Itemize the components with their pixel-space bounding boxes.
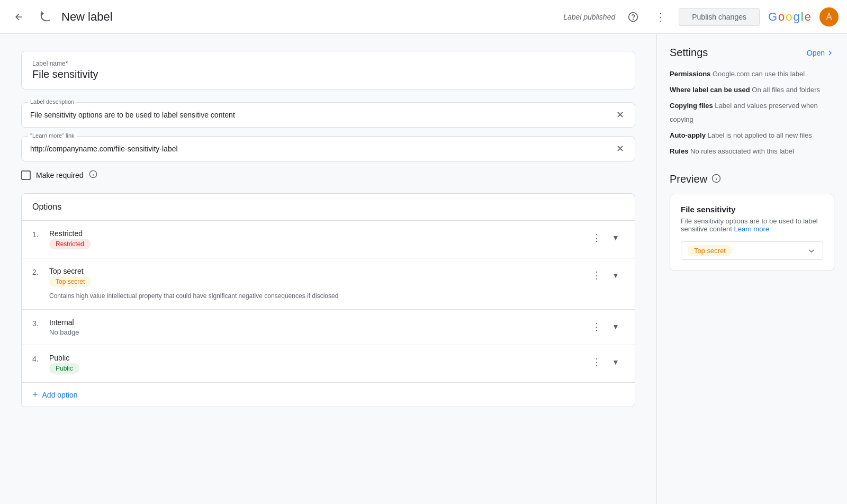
header-right: Label published ⋮ Publish changes Google… — [563, 7, 839, 26]
label-status: Label published — [563, 13, 615, 21]
list-item: Copying files Label and values preserved… — [670, 99, 834, 127]
list-item: Auto-apply Label is not applied to all n… — [670, 129, 834, 142]
preview-dropdown[interactable]: Top secret — [681, 241, 823, 260]
option-more-button-3[interactable]: ⋮ — [588, 318, 605, 335]
publish-button[interactable]: Publish changes — [679, 8, 760, 26]
option-name-1: Restricted — [49, 229, 582, 238]
preview-card-desc: File sensitivity options are to be used … — [681, 217, 823, 233]
option-num-4: 4. — [32, 354, 43, 363]
make-required-row: Make required — [21, 170, 635, 181]
learn-more-label: "Learn more" link — [28, 132, 77, 139]
label-name-value: File sensitivity — [32, 68, 624, 80]
back-button[interactable] — [8, 6, 30, 28]
preview-card-title: File sensitivity — [681, 205, 823, 214]
option-name-3: Internal — [49, 318, 582, 327]
option-num-1: 1. — [32, 229, 43, 239]
preview-section: Preview File sensitivity File sensitivit… — [670, 173, 834, 271]
clear-description-button[interactable]: ✕ — [614, 107, 626, 123]
option-actions-3: ⋮ ▼ — [588, 318, 624, 335]
preview-learn-more-link[interactable]: Learn more — [734, 225, 769, 233]
right-panel: Settings Open Permissions Google.com can… — [656, 34, 847, 504]
option-badge-4: Public — [49, 363, 79, 374]
google-g: G — [768, 10, 777, 24]
option-actions-4: ⋮ ▼ — [588, 354, 624, 371]
undo-button[interactable] — [36, 7, 55, 26]
list-item: Where label can be used On all files and… — [670, 83, 834, 97]
make-required-info-icon[interactable] — [89, 170, 97, 181]
preview-title: Preview — [670, 173, 707, 185]
option-content-2: Top secret Top secret Contains high valu… — [49, 267, 582, 301]
option-more-button-4[interactable]: ⋮ — [588, 354, 605, 371]
table-row: 4. Public Public ⋮ ▼ — [22, 345, 635, 383]
table-row: 2. Top secret Top secret Contains high v… — [22, 258, 635, 310]
settings-rules-key: Rules — [670, 147, 688, 155]
list-item: Rules No rules associated with this labe… — [670, 145, 834, 158]
settings-open-label: Open — [807, 49, 825, 57]
option-expand-button-4[interactable]: ▼ — [607, 354, 624, 371]
dropdown-arrow-icon — [807, 246, 816, 256]
learn-more-input[interactable] — [30, 142, 614, 155]
settings-title: Settings — [670, 47, 708, 59]
label-description-group: Label description ✕ — [21, 102, 635, 128]
option-num-2: 2. — [32, 267, 43, 276]
avatar[interactable]: A — [819, 7, 839, 26]
add-option-row[interactable]: + Add option — [22, 383, 635, 407]
option-badge-1: Restricted — [49, 239, 91, 249]
settings-open-link[interactable]: Open — [807, 49, 834, 57]
more-button[interactable]: ⋮ — [651, 7, 670, 26]
label-name-label: Label name* — [32, 60, 624, 67]
make-required-label: Make required — [36, 171, 84, 179]
option-more-button-1[interactable]: ⋮ — [588, 229, 605, 246]
option-no-badge-3: No badge — [49, 328, 79, 336]
learn-more-group: "Learn more" link ✕ — [21, 136, 635, 161]
option-actions-2: ⋮ ▼ — [588, 267, 624, 284]
settings-where-value: On all files and folders — [752, 86, 820, 94]
option-more-button-2[interactable]: ⋮ — [588, 267, 605, 284]
google-logo: Google — [768, 10, 811, 24]
settings-where-key: Where label can be used — [670, 86, 750, 94]
label-name-section: Label name* File sensitivity — [21, 51, 635, 89]
preview-header: Preview — [670, 173, 834, 185]
option-content-4: Public Public — [49, 354, 582, 374]
label-description-label: Label description — [28, 98, 76, 105]
option-expand-button-2[interactable]: ▼ — [607, 267, 624, 284]
settings-permissions-value: Google.com can use this label — [713, 70, 805, 78]
page-title: New label — [61, 10, 113, 24]
make-required-checkbox[interactable] — [21, 170, 31, 180]
settings-list: Permissions Google.com can use this labe… — [670, 67, 834, 158]
settings-permissions-key: Permissions — [670, 70, 710, 78]
option-content-3: Internal No badge — [49, 318, 582, 336]
header-left: New label — [8, 6, 563, 28]
option-name-4: Public — [49, 354, 582, 362]
list-item: Permissions Google.com can use this labe… — [670, 67, 834, 81]
clear-learn-more-button[interactable]: ✕ — [614, 141, 626, 157]
option-name-2: Top secret — [49, 267, 582, 275]
option-badge-2: Top secret — [49, 276, 91, 287]
option-actions-1: ⋮ ▼ — [588, 229, 624, 246]
option-content-1: Restricted Restricted — [49, 229, 582, 249]
preview-dropdown-value: Top secret — [688, 245, 732, 256]
table-row: 3. Internal No badge ⋮ ▼ — [22, 310, 635, 345]
label-description-input[interactable] — [30, 109, 614, 121]
settings-header: Settings Open — [670, 47, 834, 59]
preview-info-icon — [711, 174, 721, 185]
svg-point-1 — [633, 19, 634, 19]
main-layout: Label name* File sensitivity Label descr… — [0, 34, 847, 504]
options-header: Options — [22, 194, 635, 221]
option-desc-2: Contains high value intellectual propert… — [49, 291, 582, 301]
option-expand-button-1[interactable]: ▼ — [607, 229, 624, 246]
help-button[interactable] — [624, 7, 643, 26]
settings-rules-value: No rules associated with this label — [690, 147, 794, 155]
settings-auto-apply-key: Auto-apply — [670, 131, 706, 139]
table-row: 1. Restricted Restricted ⋮ ▼ — [22, 221, 635, 258]
header: New label Label published ⋮ Publish chan… — [0, 0, 847, 34]
settings-copying-key: Copying files — [670, 102, 713, 110]
option-num-3: 3. — [32, 318, 43, 328]
preview-card: File sensitivity File sensitivity option… — [670, 194, 834, 271]
options-section: Options 1. Restricted Restricted ⋮ ▼ 2. … — [21, 193, 635, 407]
add-option-icon: + — [32, 389, 38, 400]
settings-auto-apply-value: Label is not applied to all new files — [708, 131, 812, 139]
option-expand-button-3[interactable]: ▼ — [607, 318, 624, 335]
left-panel: Label name* File sensitivity Label descr… — [0, 34, 656, 504]
add-option-label: Add option — [42, 391, 78, 399]
